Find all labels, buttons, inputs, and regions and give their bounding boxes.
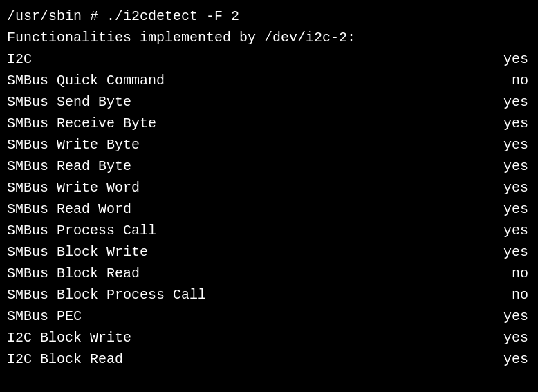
- row-spacer: [156, 113, 503, 134]
- row-value: yes: [503, 348, 531, 370]
- row-spacer: [156, 220, 503, 241]
- row-spacer: [140, 263, 512, 284]
- row-value: yes: [503, 156, 531, 177]
- row-spacer: [140, 177, 503, 198]
- table-row: SMBus Block Write yes: [7, 241, 531, 263]
- row-label: SMBus Receive Byte: [7, 113, 156, 134]
- row-value: yes: [503, 220, 531, 241]
- row-label: SMBus Process Call: [7, 220, 156, 241]
- header-text: Functionalities implemented by /dev/i2c-…: [7, 27, 355, 48]
- row-spacer: [32, 48, 503, 70]
- table-row: SMBus Read Byte yes: [7, 156, 531, 177]
- row-label: SMBus Write Byte: [7, 134, 140, 156]
- prompt-text: /usr/sbin # ./i2cdetect -F 2: [7, 6, 239, 27]
- row-label: I2C Block Write: [7, 327, 131, 348]
- row-spacer: [206, 284, 512, 306]
- table-row: SMBus Read Word yes: [7, 198, 531, 220]
- row-label: SMBus Block Process Call: [7, 284, 206, 306]
- table-row: SMBus Write Word yes: [7, 177, 531, 198]
- row-label: SMBus Read Byte: [7, 156, 131, 177]
- row-label: SMBus Block Write: [7, 241, 148, 263]
- row-value: no: [512, 284, 531, 306]
- table-row: SMBus Receive Byte yes: [7, 113, 531, 134]
- row-spacer: [131, 156, 503, 177]
- row-spacer: [131, 327, 503, 348]
- table-row: SMBus Send Byte yes: [7, 91, 531, 113]
- header-line: Functionalities implemented by /dev/i2c-…: [7, 27, 531, 48]
- row-label: SMBus PEC: [7, 306, 82, 327]
- table-row: I2C Block Read yes: [7, 348, 531, 370]
- table-row: SMBus Write Byte yes: [7, 134, 531, 156]
- row-value: no: [512, 263, 531, 284]
- row-spacer: [82, 306, 503, 327]
- row-spacer: [123, 348, 503, 370]
- row-label: SMBus Write Word: [7, 177, 140, 198]
- table-row: SMBus Block Read no: [7, 263, 531, 284]
- row-value: yes: [503, 241, 531, 263]
- row-label: I2C Block Read: [7, 348, 123, 370]
- row-spacer: [131, 91, 503, 113]
- terminal-window: /usr/sbin # ./i2cdetect -F 2 Functionali…: [0, 0, 538, 392]
- table-row: SMBus Process Call yes: [7, 220, 531, 241]
- prompt-line: /usr/sbin # ./i2cdetect -F 2: [7, 6, 531, 27]
- row-value: yes: [503, 177, 531, 198]
- row-value: yes: [503, 198, 531, 220]
- row-value: yes: [503, 48, 531, 70]
- row-label: SMBus Block Read: [7, 263, 140, 284]
- row-label: SMBus Quick Command: [7, 70, 165, 91]
- row-spacer: [165, 70, 512, 91]
- row-label: I2C: [7, 48, 32, 70]
- row-label: SMBus Read Word: [7, 198, 131, 220]
- row-spacer: [140, 134, 503, 156]
- row-value: no: [512, 70, 531, 91]
- row-value: yes: [503, 134, 531, 156]
- row-spacer: [148, 241, 503, 263]
- table-row: SMBus PEC yes: [7, 306, 531, 327]
- table-row: I2C yes: [7, 48, 531, 70]
- table-row: SMBus Quick Command no: [7, 70, 531, 91]
- row-spacer: [131, 198, 503, 220]
- table-row: I2C Block Write yes: [7, 327, 531, 348]
- row-value: yes: [503, 327, 531, 348]
- row-value: yes: [503, 306, 531, 327]
- row-label: SMBus Send Byte: [7, 91, 131, 113]
- row-value: yes: [503, 91, 531, 113]
- row-value: yes: [503, 113, 531, 134]
- table-row: SMBus Block Process Call no: [7, 284, 531, 306]
